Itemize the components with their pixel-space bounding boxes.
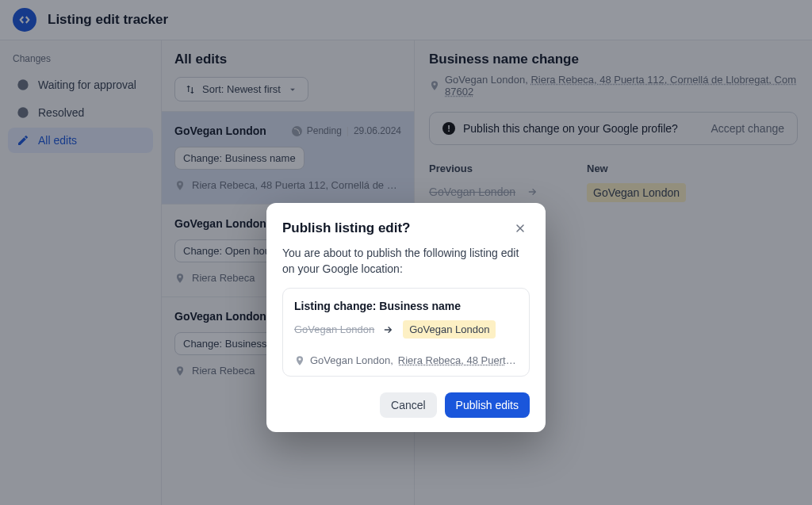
close-icon[interactable] — [511, 219, 530, 238]
change-summary-box: Listing change: Business name GoVegan Lo… — [282, 288, 530, 377]
dialog-title: Publish listing edit? — [282, 220, 411, 236]
arrow-right-icon — [382, 323, 395, 336]
change-title: Listing change: Business name — [294, 300, 518, 312]
location-pin-icon — [294, 355, 305, 366]
dialog-body: You are about to publish the following l… — [282, 246, 530, 277]
change-new-value: GoVegan London — [403, 320, 496, 339]
change-old-value: GoVegan London — [294, 323, 374, 335]
publish-edits-button[interactable]: Publish edits — [445, 392, 530, 418]
modal-overlay[interactable]: Publish listing edit? You are about to p… — [0, 0, 812, 505]
change-address-name: GoVegan London, — [310, 354, 393, 366]
cancel-button[interactable]: Cancel — [380, 392, 437, 418]
publish-dialog: Publish listing edit? You are about to p… — [266, 203, 546, 432]
change-address-rest: Riera Rebeca, 48 Puerta 112, Cornellá de… — [398, 354, 518, 366]
